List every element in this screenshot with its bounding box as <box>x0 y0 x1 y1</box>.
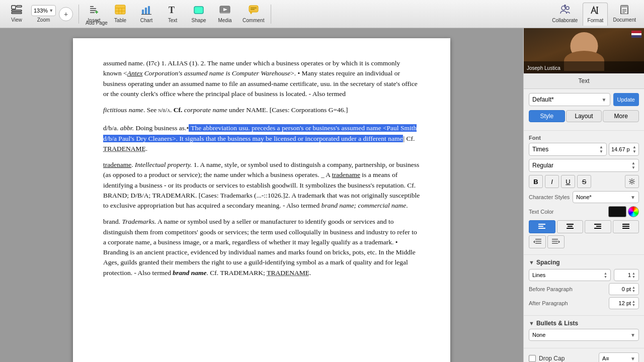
update-button[interactable]: Update <box>613 93 639 106</box>
tab-section: Default* ▼ Update Style Layout More <box>524 89 644 131</box>
add-page-label: Add Page <box>86 20 108 26</box>
tab-layout[interactable]: Layout <box>566 110 602 122</box>
align-center-icon <box>567 224 574 230</box>
document-tab[interactable]: Document <box>609 2 640 27</box>
svg-rect-26 <box>251 8 257 9</box>
font-style-value: Regular <box>532 162 553 169</box>
shape-icon <box>193 5 204 16</box>
drop-cap-section: Drop Cap A≡ ▼ <box>524 348 644 362</box>
text-button[interactable]: T Text <box>160 2 185 27</box>
align-left-button[interactable] <box>529 220 555 233</box>
svg-rect-37 <box>621 6 628 8</box>
sep2 <box>271 5 271 24</box>
text-icon: T <box>167 5 178 16</box>
align-right-icon <box>594 224 601 230</box>
bullets-chevron: ▼ <box>630 332 635 338</box>
svg-rect-7 <box>90 12 95 13</box>
svg-rect-53 <box>622 228 629 229</box>
svg-rect-20 <box>194 7 203 14</box>
comment-button[interactable]: Comment <box>238 2 268 27</box>
drop-cap-style-select[interactable]: A≡ ▼ <box>599 352 639 362</box>
drop-cap-chevron: ▼ <box>630 356 635 361</box>
style-dropdown[interactable]: Default* ▼ <box>529 93 610 106</box>
chart-button[interactable]: Chart <box>134 2 159 27</box>
drop-cap-label: Drop Cap <box>539 355 596 362</box>
insert-icon <box>89 5 99 16</box>
bullets-select[interactable]: None ▼ <box>529 329 639 341</box>
align-right-button[interactable] <box>585 220 611 233</box>
spacing-header: ▼ Spacing <box>529 259 639 266</box>
media-button[interactable]: Media <box>212 2 237 27</box>
zoom-selector[interactable]: 133% ▼ <box>31 5 56 16</box>
char-styles-row: Character Styles None* ▼ <box>529 191 639 203</box>
text-color-label: Text Color <box>529 209 554 215</box>
font-size-control[interactable]: 14.67 p ▲ ▼ <box>609 143 639 156</box>
svg-rect-5 <box>90 8 96 9</box>
shape-button[interactable]: Shape <box>186 2 211 27</box>
align-justify-button[interactable] <box>613 220 639 233</box>
spacing-value-control[interactable]: 1 ▲ ▼ <box>614 269 639 281</box>
before-para-value[interactable]: 0 pt ▲ ▼ <box>609 283 639 295</box>
document-area[interactable]: assumed name. (I7c) 1. ALIAS (1). 2. The… <box>0 28 523 362</box>
sep1 <box>78 5 79 24</box>
format-label: Format <box>588 18 604 23</box>
drop-cap-style-value: A≡ <box>602 355 609 361</box>
align-left-icon <box>538 224 545 230</box>
tab-more[interactable]: More <box>603 110 639 122</box>
view-button[interactable]: View <box>4 2 29 27</box>
font-down-arrow: ▼ <box>599 149 603 154</box>
zoom-add-button[interactable]: + <box>59 7 73 21</box>
after-para-value[interactable]: 12 pt ▲ ▼ <box>609 297 639 309</box>
gear-icon <box>628 178 635 185</box>
svg-rect-46 <box>568 226 573 227</box>
svg-rect-27 <box>251 9 255 10</box>
main-area: assumed name. (I7c) 1. ALIAS (1). 2. The… <box>0 28 644 362</box>
strikethrough-button[interactable]: S <box>577 175 591 188</box>
svg-rect-23 <box>220 13 230 14</box>
bold-button[interactable]: B <box>529 175 543 188</box>
tab-style[interactable]: Style <box>529 110 565 122</box>
align-justify-icon <box>622 224 629 230</box>
indent-increase-button[interactable] <box>547 235 565 248</box>
format-tab[interactable]: Format <box>583 3 608 26</box>
style-value: Default* <box>532 96 554 103</box>
svg-rect-17 <box>148 6 150 14</box>
video-preview: Joseph Lustica <box>524 28 644 73</box>
char-styles-select[interactable]: None* ▼ <box>573 191 639 203</box>
underline-button[interactable]: U <box>561 175 575 188</box>
collaborate-button[interactable]: Collaborate <box>548 2 582 27</box>
svg-rect-56 <box>535 243 541 244</box>
text-color-row: Text Color <box>529 206 639 217</box>
bullets-header: ▼ Bullets & Lists <box>529 320 639 327</box>
collaborate-label: Collaborate <box>552 18 578 23</box>
gear-button[interactable] <box>625 175 639 188</box>
svg-point-41 <box>631 180 633 183</box>
align-center-button[interactable] <box>557 220 584 233</box>
font-style-select[interactable]: Regular ▲ ▼ <box>529 159 639 172</box>
font-name-select[interactable]: Times ▲ ▼ <box>529 143 607 156</box>
spacing-collapse-icon[interactable]: ▼ <box>529 259 534 265</box>
svg-rect-58 <box>552 239 558 240</box>
text-label: Text <box>168 18 177 23</box>
font-size-value: 14.67 p <box>611 146 632 152</box>
char-styles-value: None* <box>576 194 592 200</box>
svg-rect-0 <box>12 6 16 9</box>
bullets-row: None ▼ <box>529 329 639 341</box>
bullets-value: None <box>532 332 545 338</box>
table-button[interactable]: Table <box>108 2 133 27</box>
before-paragraph-row: Before Paragraph 0 pt ▲ ▼ <box>529 283 639 295</box>
bullets-title: Bullets & Lists <box>536 320 578 327</box>
spacing-type-select[interactable]: Lines ▲ ▼ <box>529 269 611 281</box>
svg-rect-42 <box>538 224 545 225</box>
text-color-swatch[interactable] <box>608 206 626 217</box>
svg-rect-24 <box>249 6 258 12</box>
comment-icon <box>248 5 259 16</box>
collaborate-icon <box>559 5 571 16</box>
before-para-label: Before Paragraph <box>529 286 606 292</box>
color-picker-button[interactable] <box>628 206 639 217</box>
view-label: View <box>11 17 22 23</box>
bullets-collapse-icon[interactable]: ▼ <box>529 320 534 326</box>
drop-cap-checkbox[interactable] <box>529 355 536 362</box>
indent-decrease-button[interactable] <box>529 235 546 248</box>
italic-button[interactable]: I <box>545 175 559 188</box>
